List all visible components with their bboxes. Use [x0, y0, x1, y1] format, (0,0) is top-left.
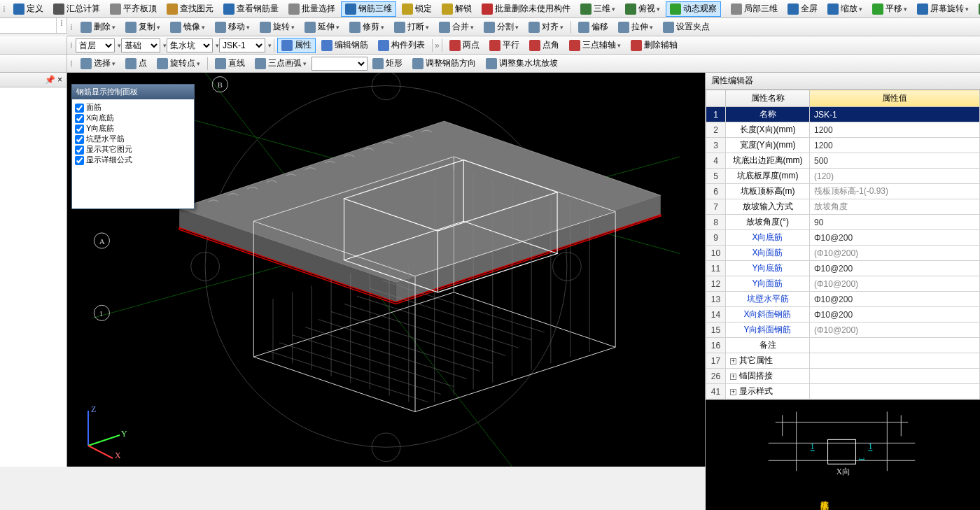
- toolbar-btn-13[interactable]: 设置夹点: [659, 20, 714, 35]
- section-diagram: 1 1 1 X向: [706, 399, 980, 510]
- toolbar-btn-2[interactable]: 旋转点▾: [153, 56, 204, 71]
- toolbar-btn-2[interactable]: 平齐板顶: [106, 1, 161, 17]
- prop-row-17[interactable]: 17+其它属性: [706, 353, 980, 369]
- prop-row-11[interactable]: 11Y向底筋Φ10@200: [706, 261, 980, 276]
- combo-3[interactable]: JSK-1: [219, 38, 265, 52]
- toolbar-btn-6[interactable]: 修剪▾: [345, 20, 388, 35]
- rebar-chk-3[interactable]: 坑壁水平筋: [75, 134, 191, 144]
- prop-row-4[interactable]: 4坑底出边距离(mm)500: [706, 153, 980, 169]
- svg-text:X: X: [115, 451, 121, 460]
- toolbar-btn-7[interactable]: 打断▾: [390, 20, 433, 35]
- toolbar-btn-17[interactable]: 屏幕旋转▾: [913, 1, 973, 17]
- viewport-3d[interactable]: 钢筋显示控制面板 面筋X向底筋Y向底筋坑壁水平筋显示其它图元显示详细公式 A 1…: [67, 73, 705, 467]
- svg-line-36: [344, 304, 506, 355]
- toolbar-btn-4[interactable]: 查看钢筋量: [219, 1, 283, 17]
- toolbar-btn-8[interactable]: 解锁: [438, 1, 476, 17]
- tb3-aux-3[interactable]: 三点辅轴▾: [565, 38, 625, 53]
- rebar-chk-4[interactable]: 显示其它图元: [75, 144, 191, 155]
- toolbar-btn-14[interactable]: 全屏: [783, 1, 822, 17]
- toolbar-btn-6[interactable]: 矩形: [368, 56, 407, 71]
- toolbar-btn-13[interactable]: 局部三维: [727, 1, 782, 17]
- svg-text:1: 1: [99, 309, 104, 318]
- toolbar-btn-5[interactable]: 延伸▾: [300, 20, 344, 35]
- toolbar-btn-0[interactable]: 删除▾: [76, 20, 120, 35]
- toolbar-btn-8[interactable]: 调整集水坑放坡: [482, 56, 562, 71]
- svg-line-35: [331, 311, 493, 363]
- rebar-chk-2[interactable]: Y向底筋: [75, 123, 191, 134]
- prop-row-13[interactable]: 13坑壁水平筋Φ10@200: [706, 292, 980, 307]
- svg-line-34: [318, 320, 480, 371]
- svg-text:1: 1: [811, 441, 815, 451]
- prop-row-12[interactable]: 12Y向面筋(Φ10@200): [706, 276, 980, 292]
- toolbar-btn-9[interactable]: 批量删除未使用构件: [477, 1, 575, 17]
- tb3-btn-2[interactable]: 构件列表: [374, 38, 429, 53]
- prop-row-3[interactable]: 3宽度(Y向)(mm)1200: [706, 138, 980, 153]
- prop-row-10[interactable]: 10X向面筋(Φ10@200): [706, 246, 980, 261]
- prop-row-1[interactable]: 1名称JSK-1: [706, 107, 980, 122]
- toolbar-btn-4[interactable]: 三点画弧▾: [251, 56, 311, 71]
- toolbar-btn-1[interactable]: 点: [121, 56, 151, 71]
- toolbar-btn-1[interactable]: 汇总计算: [49, 1, 104, 17]
- tb3-btn-1[interactable]: 编辑钢筋: [317, 38, 372, 53]
- prop-row-8[interactable]: 8放坡角度(°)90: [706, 215, 980, 230]
- rebar-chk-5[interactable]: 显示详细公式: [75, 155, 191, 165]
- toolbar-btn-3[interactable]: 直线: [211, 56, 249, 71]
- property-grid[interactable]: 属性名称 属性值 1名称JSK-12长度(X向)(mm)12003宽度(Y向)(…: [706, 90, 980, 399]
- tb3-aux-1[interactable]: 平行: [485, 38, 524, 53]
- toolbar-btn-10[interactable]: 对齐▾: [524, 20, 568, 35]
- toolbar-btn-3[interactable]: 移动▾: [211, 20, 254, 35]
- toolbar-btn-15[interactable]: 缩放▾: [823, 1, 867, 17]
- toolbar-btn-12[interactable]: 拉伸▾: [614, 20, 657, 35]
- tb3-aux-2[interactable]: 点角: [525, 38, 564, 53]
- svg-text:1: 1: [857, 457, 867, 461]
- svg-text:B: B: [218, 80, 223, 89]
- svg-text:1: 1: [868, 441, 872, 451]
- tb3-btn-0[interactable]: 属性: [277, 38, 316, 53]
- toolbar-btn-11[interactable]: 偏移: [574, 20, 612, 35]
- toolbar-btn-0[interactable]: 定义: [9, 1, 48, 17]
- toolbar-btn-7[interactable]: 调整钢筋方向: [408, 56, 480, 71]
- prop-row-26[interactable]: 26+锚固搭接: [706, 369, 980, 384]
- svg-line-31: [279, 343, 441, 395]
- prop-row-9[interactable]: 9X向底筋Φ10@200: [706, 230, 980, 246]
- toolbar-btn-11[interactable]: 俯视▾: [621, 1, 664, 17]
- toolbar-btn-16[interactable]: 平移▾: [868, 1, 911, 17]
- rebar-chk-1[interactable]: X向底筋: [75, 113, 191, 123]
- svg-line-38: [370, 288, 531, 340]
- combo-1[interactable]: 基础: [121, 38, 160, 52]
- prop-row-5[interactable]: 5坑底板厚度(mm)(120): [706, 169, 980, 184]
- edit-toolbar: ⁞删除▾复制▾镜像▾移动▾旋转▾延伸▾修剪▾打断▾合并▾分割▾对齐▾偏移拉伸▾设…: [67, 18, 980, 36]
- rebar-chk-0[interactable]: 面筋: [75, 102, 191, 113]
- combo-0[interactable]: 首层: [76, 38, 115, 52]
- toolbar-btn-18[interactable]: 选择楼层: [974, 1, 980, 17]
- toolbar-btn-12[interactable]: 动态观察: [666, 1, 721, 17]
- tb3-aux-4[interactable]: 删除辅轴: [626, 38, 682, 53]
- prop-row-41[interactable]: 41+显示样式: [706, 384, 980, 399]
- prop-row-2[interactable]: 2长度(X向)(mm)1200: [706, 122, 980, 138]
- toolbar-btn-4[interactable]: 旋转▾: [255, 20, 299, 35]
- svg-text:Y: Y: [121, 429, 127, 439]
- toolbar-btn-7[interactable]: 锁定: [398, 1, 436, 17]
- toolbar-btn-2[interactable]: 镜像▾: [166, 20, 209, 35]
- toolbar-btn-3[interactable]: 查找图元: [162, 1, 218, 17]
- svg-text:Z: Z: [91, 404, 96, 414]
- toolbar-btn-8[interactable]: 合并▾: [435, 20, 478, 35]
- prop-row-6[interactable]: 6坑板顶标高(m)筏板顶标高-1(-0.93): [706, 184, 980, 199]
- property-panel-title: 属性编辑器: [706, 73, 980, 90]
- pin-icon[interactable]: 📌 ×: [45, 75, 62, 85]
- prop-row-7[interactable]: 7放坡输入方式放坡角度: [706, 199, 980, 215]
- prop-row-16[interactable]: 16备注: [706, 338, 980, 353]
- prop-row-14[interactable]: 14X向斜面钢筋Φ10@200: [706, 307, 980, 323]
- shape-combo[interactable]: [312, 57, 368, 71]
- toolbar-btn-0[interactable]: 选择▾: [76, 56, 120, 71]
- prop-row-15[interactable]: 15Y向斜面钢筋(Φ10@200): [706, 323, 980, 338]
- draw-toolbar: ⁞选择▾点旋转点▾直线三点画弧▾ 矩形调整钢筋方向调整集水坑放坡: [67, 55, 980, 73]
- toolbar-btn-9[interactable]: 分割▾: [479, 20, 523, 35]
- toolbar-btn-1[interactable]: 复制▾: [121, 20, 164, 35]
- toolbar-btn-5[interactable]: 批量选择: [284, 1, 340, 17]
- toolbar-btn-6[interactable]: 钢筋三维: [341, 1, 396, 17]
- tb3-aux-0[interactable]: 两点: [445, 38, 484, 53]
- combo-2[interactable]: 集水坑: [167, 38, 213, 52]
- module-tab[interactable]: [0, 18, 57, 33]
- toolbar-btn-10[interactable]: 三维▾: [576, 1, 620, 17]
